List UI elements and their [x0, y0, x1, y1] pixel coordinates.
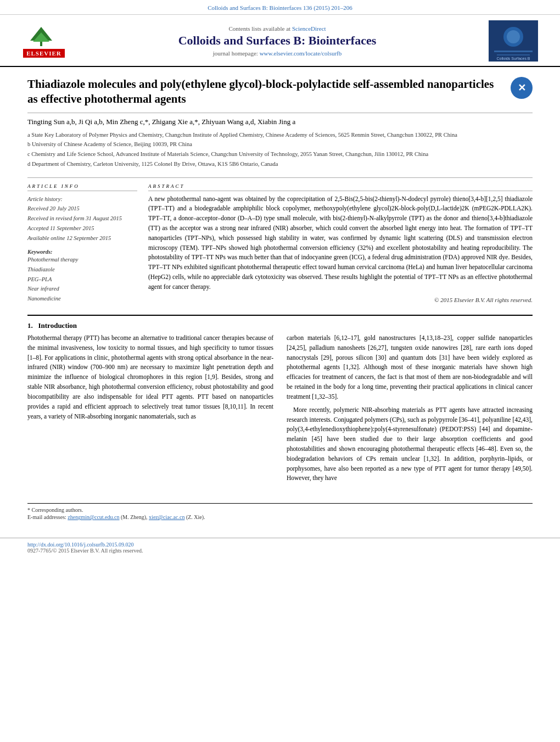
intro-text-columns: Photothermal therapy (PTT) has become an…: [27, 333, 533, 487]
svg-rect-8: [497, 54, 530, 55]
email2-name: (Z. Xie).: [186, 514, 205, 520]
keywords-list: Photothermal therapy Thiadiazole PEG–PLA…: [27, 255, 137, 304]
journal-header: ELSEVIER Contents lists available at Sci…: [0, 15, 560, 67]
affil-d: d Department of Chemistry, Carleton Univ…: [27, 160, 533, 169]
email-addresses: E-mail addresses: zhengmin@ccut.edu.cn (…: [27, 514, 533, 520]
intro-para-1: Photothermal therapy (PTT) has become an…: [27, 333, 273, 421]
journal-info-center: Contents lists available at ScienceDirec…: [66, 25, 489, 56]
article-info-column: ARTICLE INFO Article history: Received 2…: [27, 183, 137, 304]
email1-name: (M. Zheng),: [121, 514, 148, 520]
article-history: Article history: Received 20 July 2015 R…: [27, 194, 137, 243]
abstract-column: ABSTRACT A new photothermal nano-agent w…: [148, 183, 533, 304]
abstract-label: ABSTRACT: [148, 183, 533, 191]
journal-title: Colloids and Surfaces B: Biointerfaces: [66, 34, 489, 48]
history-label: Article history:: [27, 194, 137, 204]
keywords-label: Keywords:: [27, 249, 137, 255]
cover-svg: Colloids Surfaces B: [489, 20, 538, 62]
keyword-3: PEG–PLA: [27, 275, 137, 284]
info-abstract-columns: ARTICLE INFO Article history: Received 2…: [27, 177, 533, 304]
accepted-date: Accepted 11 September 2015: [27, 224, 137, 233]
copyright-line: © 2015 Elsevier B.V. All rights reserved…: [148, 297, 533, 303]
elsevier-brand-text: ELSEVIER: [23, 49, 65, 58]
corresponding-authors-note: * Corresponding authors.: [27, 507, 533, 513]
intro-col-left: Photothermal therapy (PTT) has become an…: [27, 333, 273, 487]
journal-cover-image: Colloids Surfaces B: [489, 20, 538, 62]
issn-copyright: 0927-7765/© 2015 Elsevier B.V. All right…: [27, 548, 143, 554]
footnote-area: * Corresponding authors. E-mail addresse…: [27, 503, 533, 520]
authors-text: Tingting Sun a,b, Ji Qi a,b, Min Zheng c…: [27, 118, 295, 126]
journal-reference: Colloids and Surfaces B: Biointerfaces 1…: [208, 4, 352, 11]
section-title: Introduction: [38, 321, 77, 330]
contents-label: Contents lists available at: [228, 25, 290, 32]
email-2[interactable]: xiez@ciac.ac.cn: [149, 514, 184, 520]
authors-line: Tingting Sun a,b, Ji Qi a,b, Min Zheng c…: [27, 113, 533, 129]
received-date: Received 20 July 2015: [27, 204, 137, 214]
journal-homepage: journal homepage: www.elsevier.com/locat…: [66, 50, 489, 57]
homepage-url[interactable]: www.elsevier.com/locate/colsurfb: [260, 50, 342, 57]
crossmark-badge[interactable]: ✕: [511, 77, 533, 99]
doi-link[interactable]: http://dx.doi.org/10.1016/j.colsurfb.201…: [27, 542, 133, 548]
keyword-2: Thiadiazole: [27, 265, 137, 275]
received-revised-date: Received in revised form 31 August 2015: [27, 214, 137, 224]
section-heading: 1. Introduction: [27, 321, 533, 330]
affiliations: a State Key Laboratory of Polymer Physic…: [27, 129, 533, 172]
abstract-text: A new photothermal nano-agent was obtain…: [148, 194, 533, 292]
affil-a: a State Key Laboratory of Polymer Physic…: [27, 131, 533, 140]
elsevier-logo-svg: [25, 24, 63, 49]
article-content: Thiadiazole molecules and poly(ethylene …: [0, 67, 560, 532]
article-info-label: ARTICLE INFO: [27, 183, 137, 191]
email-label: E-mail addresses:: [27, 514, 66, 520]
keyword-1: Photothermal therapy: [27, 255, 137, 265]
introduction-section: 1. Introduction Photothermal therapy (PT…: [27, 315, 533, 487]
affil-c: c Chemistry and Life Science School, Adv…: [27, 150, 533, 159]
intro-para-3: More recently, polymeric NIR-absorbing m…: [287, 405, 533, 484]
article-title-section: Thiadiazole molecules and poly(ethylene …: [27, 67, 533, 113]
contents-available-line: Contents lists available at ScienceDirec…: [66, 25, 489, 32]
article-title: Thiadiazole molecules and poly(ethylene …: [27, 77, 511, 107]
intro-col-right: carbon materials [6,12–17], gold nanostr…: [287, 333, 533, 487]
svg-rect-7: [494, 51, 533, 52]
elsevier-logo: ELSEVIER: [22, 24, 66, 58]
svg-point-6: [507, 30, 520, 43]
journal-reference-bar: Colloids and Surfaces B: Biointerfaces 1…: [0, 0, 560, 15]
intro-para-2: carbon materials [6,12–17], gold nanostr…: [287, 333, 533, 402]
section-number: 1.: [27, 321, 33, 330]
bottom-bar: http://dx.doi.org/10.1016/j.colsurfb.201…: [0, 538, 560, 557]
affil-b: b University of Chinese Academy of Scien…: [27, 140, 533, 149]
sciencedirect-link[interactable]: ScienceDirect: [292, 25, 326, 32]
keyword-5: Nanomedicine: [27, 294, 137, 304]
available-online-date: Available online 12 September 2015: [27, 233, 137, 243]
homepage-label: journal homepage:: [213, 50, 258, 57]
svg-text:Colloids Surfaces B: Colloids Surfaces B: [496, 57, 530, 60]
email-1[interactable]: zhengmin@ccut.edu.cn: [68, 514, 119, 520]
keyword-4: Near infrared: [27, 284, 137, 294]
